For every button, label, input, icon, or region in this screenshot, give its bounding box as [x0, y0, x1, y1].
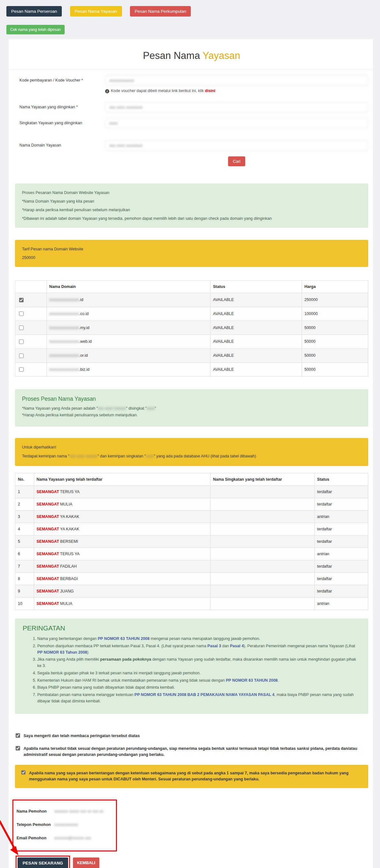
agreement-checkbox-1[interactable] — [15, 733, 20, 738]
applicant-phone-label: Telepon Pemohon — [17, 823, 54, 827]
tab-pesan-nama-perkumpulan[interactable]: Pesan Nama Perkumpulan — [130, 6, 191, 17]
reg-col-status: Status — [314, 473, 368, 486]
domain-prefix-blur: xxxxxxxxxxxxxxx — [50, 367, 79, 372]
voucher-input[interactable] — [105, 75, 368, 86]
peringatan-item-1: Nama yang bertentangan dengan PP NOMOR 6… — [37, 636, 360, 642]
domain-suffix: .web.id — [79, 339, 92, 344]
peringatan-item-4: Segala bentuk gugatan pihak ke 3 terkait… — [37, 670, 360, 677]
peringatan-item-7: Pembatalan pesan nama karena melanggar k… — [37, 692, 360, 705]
domain-prefix-blur: xxxxxxxxxxxxxxx — [50, 353, 79, 358]
similarity-alert-line: Terdapat kemiripan nama "xxx xxxx xxxxxx… — [22, 454, 361, 458]
voucher-help-text: Kode voucher dapat dibeli melalui link b… — [111, 89, 205, 93]
domain-suffix: .id — [79, 298, 83, 302]
tab-pesan-nama-yayasan[interactable]: Pesan Nama Yayasan — [70, 6, 122, 17]
domain-status: AVAILABLE — [210, 307, 302, 321]
order-name-alert-title: Proses Pesan Nama Yayasan — [22, 396, 361, 402]
domain-checkbox-6[interactable] — [19, 367, 24, 372]
domain-checkbox-1[interactable] — [19, 298, 24, 302]
domain-checkbox-2[interactable] — [19, 312, 24, 316]
registered-table-header: No. Nama Yayasan yang telah terdaftar Na… — [15, 473, 368, 486]
applicant-name-value: xxxxxxx xxxxx xxx xx xxx xx — [54, 809, 113, 813]
registered-name-highlight: SEMANGAT — [37, 589, 59, 593]
pasal-3-link[interactable]: Pasal 3 — [208, 644, 221, 648]
domain-status: AVAILABLE — [210, 321, 302, 335]
agreement-checkbox-2[interactable] — [15, 746, 20, 750]
registered-row: 7 SEMANGAT FADILAH terdaftar — [15, 560, 368, 573]
registered-status: terdaftar — [314, 585, 368, 597]
tab-pesan-nama-perseroan[interactable]: Pesan Nama Perseroan — [6, 6, 62, 17]
agreement-text-1: Saya mengerti dan telah membaca peringat… — [24, 733, 140, 739]
applicant-email-row: Email Pemohon xxxxxxx@xxxxxx xxx — [17, 836, 113, 840]
yayasan-name-label: Nama Yayasan yang diinginkan * — [15, 102, 105, 109]
pasal-4-link[interactable]: Pasal 4 — [230, 644, 244, 648]
registered-status: terdaftar — [314, 573, 368, 585]
domain-table: Nama Domain Status Harga xxxxxxxxxxxxxxx… — [15, 280, 368, 376]
agreement-checkbox-3[interactable] — [21, 770, 26, 775]
registered-name-highlight: SEMANGAT — [37, 515, 59, 519]
tarif-title: Tarif Pesan nama Domain Website — [22, 247, 361, 251]
domain-suffix: .or.id — [79, 353, 88, 358]
registered-row: 6 SEMANGAT TERUS YA antrian — [15, 548, 368, 560]
domain-row-2: xxxxxxxxxxxxxxx.co.id AVAILABLE 100000 — [15, 307, 368, 321]
registered-name-highlight: SEMANGAT — [37, 539, 59, 544]
peringatan-box: PERINGATAN Nama yang bertentangan dengan… — [15, 619, 368, 714]
registered-name-highlight: SEMANGAT — [37, 502, 59, 506]
domain-checkbox-3[interactable] — [19, 326, 24, 330]
voucher-buy-link[interactable]: disini — [205, 89, 215, 93]
peringatan-item-6: Biaya PNBP pesan nama yang sudah dibayar… — [37, 684, 360, 691]
pp-63-2008-link[interactable]: PP NOMOR 63 Tahun 2008 — [37, 650, 87, 655]
tarif-alert: Tarif Pesan nama Domain Website 250000 — [15, 240, 368, 267]
domain-row-5: xxxxxxxxxxxxxxx.or.id AVAILABLE 50000 — [15, 348, 368, 363]
abbr-input[interactable] — [105, 118, 368, 128]
cari-button[interactable]: Cari — [228, 156, 245, 166]
order-button-highlight: PESAN SEKARANG — [15, 856, 70, 868]
tarif-amount: 250000 — [22, 255, 361, 260]
peringatan-list: Nama yang bertentangan dengan PP NOMOR 6… — [23, 636, 360, 705]
domain-checkbox-4[interactable] — [19, 340, 24, 344]
domain-col-status: Status — [210, 281, 302, 293]
domain-input[interactable] — [105, 140, 368, 151]
check-ordered-names-button[interactable]: Cek nama yang telah dipesan — [6, 25, 65, 34]
voucher-label: Kode pembayaran / Kode Voucher * — [15, 75, 105, 83]
applicant-name-label: Nama Pemohon — [17, 809, 54, 813]
kembali-button[interactable]: KEMBALI — [73, 858, 99, 868]
domain-row-4: xxxxxxxxxxxxxxx.web.id AVAILABLE 50000 — [15, 335, 368, 349]
domain-checkbox-5[interactable] — [19, 353, 24, 358]
ordered-name-blur: xxx xxxx xxxxxx — [98, 406, 126, 411]
similarity-alert-title: Untuk diperhatikan! — [22, 445, 361, 450]
agreement-row-2: Apabila nama tersebut tidak sesuai denga… — [15, 746, 368, 758]
registered-status: antrian — [314, 548, 368, 560]
peringatan-item-3: Jika nama yang Anda pilih memiliki persa… — [37, 656, 360, 669]
applicant-phone-row: Telepon Pemohon xxxxxxxxxxxx — [17, 823, 113, 827]
page-title-accent: Yayasan — [202, 50, 240, 61]
domain-info-line: *Dibawan ini adalah tabel domain Yayasan… — [22, 216, 361, 221]
order-name-alert-line1: *Nama Yayasan yang Anda pesan adalah "xx… — [22, 406, 361, 411]
domain-info-line: *Harap anda periksa kembail penulisan se… — [22, 208, 361, 212]
domain-col-harga: Harga — [302, 281, 368, 293]
domain-harga: 250000 — [302, 293, 368, 307]
pp-63-2008-link[interactable]: PP NOMOR 63 TAHUN 2008 — [226, 678, 278, 683]
peringatan-item-2: Pemohon dianjurkan membaca PP terkait ke… — [37, 643, 360, 656]
voucher-row: Kode pembayaran / Kode Voucher * — [15, 75, 368, 86]
abbr-label: Singkatan Yayasan yang diinginkan — [15, 118, 105, 125]
domain-suffix: .biz.id — [79, 367, 90, 372]
registered-names-table: No. Nama Yayasan yang telah terdaftar Na… — [15, 473, 368, 610]
registered-status: terdaftar — [314, 560, 368, 573]
domain-row-3: xxxxxxxxxxxxxxx.my.id AVAILABLE 50000 — [15, 321, 368, 335]
registered-row: 1 SEMANGAT TERUS YA terdaftar — [15, 486, 368, 498]
domain-row-6: xxxxxxxxxxxxxxx.biz.id AVAILABLE 50000 — [15, 363, 368, 376]
domain-harga: 100000 — [302, 307, 368, 321]
domain-harga: 50000 — [302, 335, 368, 349]
peringatan-title: PERINGATAN — [23, 624, 360, 632]
pp-63-2008-link[interactable]: PP NOMOR 63 TAHUN 2008 — [98, 637, 150, 641]
domain-info-alert: Proses Pesanan Nama Domain Website Yayas… — [15, 184, 368, 228]
pesan-sekarang-button[interactable]: PESAN SEKARANG — [18, 858, 68, 868]
reg-col-no: No. — [15, 473, 34, 486]
applicant-name-row: Nama Pemohon xxxxxxx xxxxx xxx xx xxx xx — [17, 809, 113, 813]
yayasan-name-input[interactable] — [105, 102, 368, 113]
agreement-text-2: Apabila nama tersebut tidak sesuai denga… — [24, 746, 368, 758]
pp-63-2008-bab2-pasal4-link[interactable]: PP NOMOR 63 TAHUN 2008 BAB 2 PEMAKAIAN N… — [134, 692, 274, 697]
yayasan-name-row: Nama Yayasan yang diinginkan * — [15, 102, 368, 113]
applicant-email-label: Email Pemohon — [17, 836, 54, 840]
domain-harga: 50000 — [302, 348, 368, 363]
